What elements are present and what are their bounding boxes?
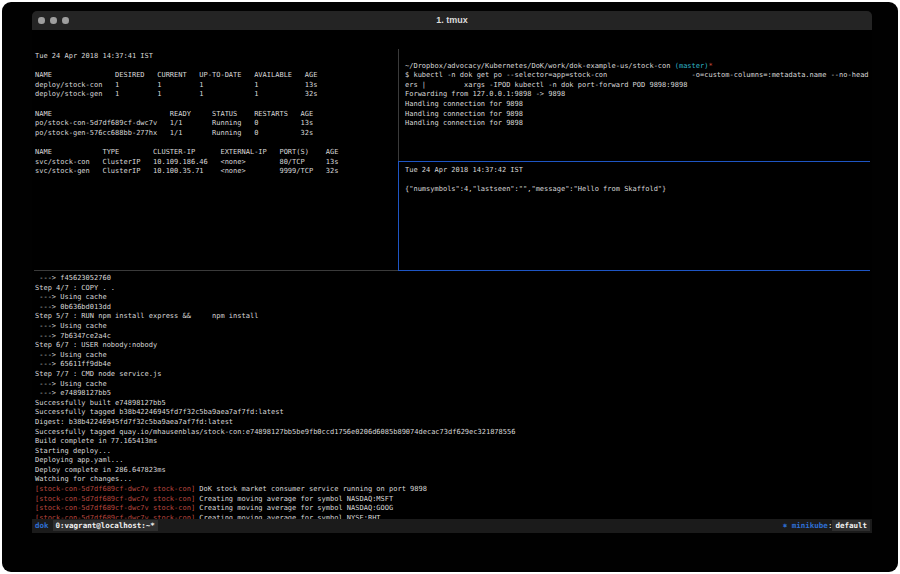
pod-log-line: [stock-con-5d7df689cf-dwc7v stock-con] C… [35,495,427,505]
screen-frame: 1. tmux Tue 24 Apr 2018 14:37:41 IST NAM… [2,2,898,572]
pane-border-vertical-active[interactable] [398,161,399,270]
status-right: ⎈ minikube:default [783,519,870,533]
git-branch-label: (master) [675,62,709,70]
window-titlebar: 1. tmux [32,11,872,30]
pane-border-horizontal-inactive[interactable] [34,270,398,271]
pane-skaffold-log[interactable]: ---> f45623052760 Step 4/7 : COPY . . --… [35,274,515,485]
kube-context: minikube [792,521,828,530]
pane-border-vertical-inactive[interactable] [398,49,399,161]
kube-namespace: default [832,520,870,531]
shell-prompt-line: ~/Dropbox/advocacy/Kubernetes/DoK/work/d… [405,62,713,72]
window-title: 1. tmux [32,11,872,30]
pod-log-line: [stock-con-5d7df689cf-dwc7v stock-con] C… [35,504,427,514]
kubernetes-helm-icon: ⎈ [783,521,792,530]
pane-curl-watch[interactable]: Tue 24 Apr 2018 14:37:42 IST {"numsymbol… [405,166,666,195]
pane-port-forward[interactable]: $ kubectl -n dok get po --selector=app=s… [405,71,869,129]
git-dirty-marker: * [708,62,712,70]
tmux-session: Tue 24 Apr 2018 14:37:41 IST NAME DESIRE… [32,30,872,519]
terminal-window: 1. tmux Tue 24 Apr 2018 14:37:41 IST NAM… [32,11,872,533]
window-tab[interactable]: 0:vagrant@localhost:~* [53,520,158,531]
prompt-path: ~/Dropbox/advocacy/Kubernetes/DoK/work/d… [405,62,675,70]
pane-border-horizontal-active-top[interactable] [398,161,870,162]
pane-kubectl-watch[interactable]: Tue 24 Apr 2018 14:37:41 IST NAME DESIRE… [35,52,338,177]
pane-border-horizontal-active-bottom[interactable] [398,270,870,271]
tmux-status-bar: dok0:vagrant@localhost:~* ⎈ minikube:def… [32,519,872,533]
pod-log-line: [stock-con-5d7df689cf-dwc7v stock-con] D… [35,485,427,495]
session-name[interactable]: dok [32,521,53,530]
